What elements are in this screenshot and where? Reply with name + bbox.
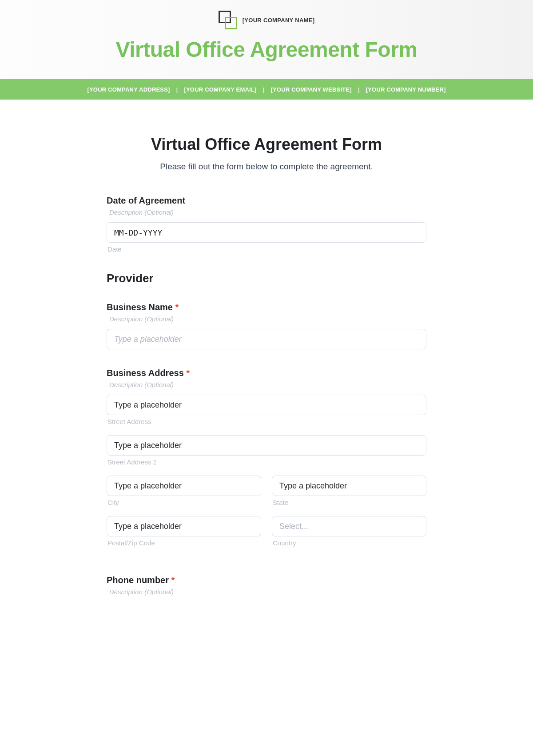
city-sublabel: City [107,499,261,506]
field-business-name: Business Name * Description (Optional) [107,302,426,349]
phone-desc: Description (Optional) [109,588,426,596]
state-sublabel: State [273,499,426,506]
postal-input[interactable] [107,516,261,536]
date-sublabel: Date [107,245,426,253]
company-name: [YOUR COMPANY NAME] [243,17,315,24]
street-input[interactable] [107,395,426,415]
field-phone: Phone number * Description (Optional) [107,575,426,596]
info-email: [YOUR COMPANY EMAIL] [184,86,256,93]
street-sublabel: Street Address [107,418,426,425]
business-name-desc: Description (Optional) [109,315,426,323]
required-mark: * [175,302,179,312]
info-address: [YOUR COMPANY ADDRESS] [87,86,170,93]
business-name-input[interactable] [107,329,426,349]
header-banner: [YOUR COMPANY NAME] Virtual Office Agree… [0,0,533,79]
business-address-desc: Description (Optional) [109,381,426,388]
business-name-label: Business Name * [107,302,426,312]
info-website: [YOUR COMPANY WEBSITE] [270,86,351,93]
info-number: [YOUR COMPANY NUMBER] [366,86,446,93]
date-input[interactable] [107,222,426,243]
info-bar: [YOUR COMPANY ADDRESS] | [YOUR COMPANY E… [0,79,533,100]
field-business-address: Business Address * Description (Optional… [107,368,426,556]
provider-heading: Provider [107,272,426,285]
phone-label: Phone number * [107,575,426,585]
logo-icon [219,11,237,29]
business-address-label: Business Address * [107,368,426,378]
postal-sublabel: Postal/Zip Code [107,539,261,547]
country-sublabel: Country [273,539,426,547]
country-select[interactable]: Select... [272,516,426,536]
logo-row: [YOUR COMPANY NAME] [0,0,533,29]
required-mark: * [171,575,175,585]
form-title: Virtual Office Agreement Form [107,135,426,154]
street2-sublabel: Street Address 2 [107,458,426,466]
street2-input[interactable] [107,435,426,456]
date-label: Date of Agreement [107,196,426,206]
city-input[interactable] [107,476,261,496]
form-content: Virtual Office Agreement Form Please fil… [107,100,426,632]
separator: | [176,86,178,93]
form-subtitle: Please fill out the form below to comple… [107,162,426,172]
separator: | [263,86,265,93]
state-input[interactable] [272,476,426,496]
hero-title: Virtual Office Agreement Form [0,37,533,62]
date-desc: Description (Optional) [109,208,426,216]
field-date: Date of Agreement Description (Optional)… [107,196,426,253]
separator: | [358,86,360,93]
required-mark: * [186,368,190,378]
